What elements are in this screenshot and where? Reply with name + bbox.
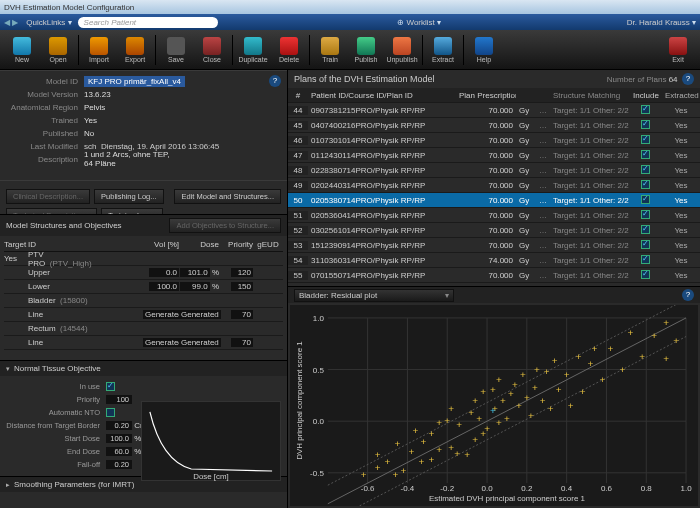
svg-text:+: + xyxy=(476,413,482,424)
save-button: Save xyxy=(158,37,194,63)
mso-header: Model Structures and Objectives Add Obje… xyxy=(0,214,287,236)
svg-text:+: + xyxy=(472,434,478,445)
svg-text:+: + xyxy=(401,465,407,476)
include-checkbox[interactable] xyxy=(641,225,650,234)
svg-text:+: + xyxy=(490,405,496,416)
svg-text:+: + xyxy=(412,425,418,436)
plan-row[interactable]: 480228380714PRO/Physik RP/RP70.000Gy…Tar… xyxy=(288,163,700,178)
model-version: 13.6.23 xyxy=(84,90,269,99)
svg-text:+: + xyxy=(564,369,570,380)
plan-row[interactable]: 440907381215PRO/Physik RP/RP70.000Gy…Tar… xyxy=(288,103,700,118)
new-button[interactable]: New xyxy=(4,37,40,63)
svg-text:+: + xyxy=(454,448,460,459)
plan-row[interactable]: 550701550714PRO/Physik RP/RP70.000Gy…Tar… xyxy=(288,268,700,283)
nto-edose-input[interactable]: 60.0 xyxy=(106,447,132,456)
include-checkbox[interactable] xyxy=(641,180,650,189)
unpublish-button[interactable]: Unpublish xyxy=(384,37,420,63)
svg-text:0.2: 0.2 xyxy=(521,484,533,493)
svg-text:+: + xyxy=(540,395,546,406)
nto-sdose-input[interactable]: 100.0 xyxy=(106,434,132,443)
plan-row[interactable]: 531512390914PRO/Physik RP/RP70.000Gy…Tar… xyxy=(288,238,700,253)
export-button[interactable]: Export xyxy=(117,37,153,63)
svg-text:1.0: 1.0 xyxy=(681,484,693,493)
help-icon[interactable]: ? xyxy=(682,289,694,301)
svg-text:+: + xyxy=(490,384,496,395)
nav-arrows[interactable]: ◀ ▶ xyxy=(4,18,18,27)
edit-model-button[interactable]: Edit Model and Structures... xyxy=(174,189,281,204)
svg-text:+: + xyxy=(592,343,598,354)
delete-button[interactable]: Delete xyxy=(271,37,307,63)
include-checkbox[interactable] xyxy=(641,240,650,249)
plan-row[interactable]: 510205360414PRO/Physik RP/RP70.000Gy…Tar… xyxy=(288,208,700,223)
plan-row[interactable]: 543110360314PRO/Physik RP/RP74.000Gy…Tar… xyxy=(288,253,700,268)
objective-row[interactable]: LineGeneratedGenerated70 xyxy=(4,308,283,322)
nto-header[interactable]: Normal Tissue Objective xyxy=(0,360,287,376)
include-checkbox[interactable] xyxy=(641,150,650,159)
include-checkbox[interactable] xyxy=(641,195,650,204)
svg-text:+: + xyxy=(663,317,669,328)
plot-selector[interactable]: Bladder: Residual plot xyxy=(294,289,454,302)
include-checkbox[interactable] xyxy=(641,210,650,219)
objective-row[interactable]: Bladder (15800) xyxy=(4,294,283,308)
clinical-desc-button[interactable]: Clinical Description... xyxy=(6,189,90,204)
publish-button[interactable]: Publish xyxy=(348,37,384,63)
svg-text:+: + xyxy=(468,407,474,418)
svg-text:+: + xyxy=(375,449,381,460)
nto-priority-input[interactable]: 100 xyxy=(106,395,132,404)
svg-text:0.6: 0.6 xyxy=(601,484,613,493)
svg-text:+: + xyxy=(580,386,586,397)
duplicate-button[interactable]: Duplicate xyxy=(235,37,271,63)
svg-text:+: + xyxy=(619,364,625,375)
worklist-menu[interactable]: ⊕ Worklist ▾ xyxy=(397,18,441,27)
svg-text:+: + xyxy=(408,446,414,457)
objective-row[interactable]: Upper0.0101.0 %120 xyxy=(4,266,283,280)
plan-row[interactable]: 490202440314PRO/Physik RP/RP70.000Gy…Tar… xyxy=(288,178,700,193)
include-checkbox[interactable] xyxy=(641,255,650,264)
svg-text:+: + xyxy=(516,400,522,411)
extract-button[interactable]: Extract xyxy=(425,37,461,63)
close-button[interactable]: Close xyxy=(194,37,230,63)
nto-falloff-input[interactable]: 0.20 xyxy=(106,460,132,469)
plan-row[interactable]: 450407400216PRO/Physik RP/RP70.000Gy…Tar… xyxy=(288,118,700,133)
svg-text:0.0: 0.0 xyxy=(313,417,325,426)
objective-row[interactable]: Rectum (14544) xyxy=(4,322,283,336)
svg-text:+: + xyxy=(472,395,478,406)
svg-text:+: + xyxy=(532,382,538,393)
svg-text:+: + xyxy=(496,374,502,385)
include-checkbox[interactable] xyxy=(641,120,650,129)
add-objectives-button[interactable]: Add Objectives to Structure... xyxy=(169,218,281,233)
open-button[interactable]: Open xyxy=(40,37,76,63)
plan-row[interactable]: 460107301014PRO/Physik RP/RP70.000Gy…Tar… xyxy=(288,133,700,148)
exit-button[interactable]: Exit xyxy=(660,37,696,63)
objective-row[interactable]: Lower100.099.0 %150 xyxy=(4,280,283,294)
svg-text:+: + xyxy=(496,417,502,428)
svg-text:-0.2: -0.2 xyxy=(440,484,454,493)
import-button[interactable]: Import xyxy=(81,37,117,63)
nto-dist-input[interactable]: 0.20 xyxy=(106,421,132,430)
plan-row[interactable]: 500205380714PRO/Physik RP/RP70.000Gy…Tar… xyxy=(288,193,700,208)
svg-text:+: + xyxy=(428,428,434,439)
search-input[interactable]: Search Patient xyxy=(78,17,218,28)
publishing-log-button[interactable]: Publishing Log... xyxy=(94,189,163,204)
nto-auto-checkbox[interactable] xyxy=(106,408,115,417)
train-button[interactable]: Train xyxy=(312,37,348,63)
svg-text:+: + xyxy=(385,456,391,467)
include-checkbox[interactable] xyxy=(641,165,650,174)
include-checkbox[interactable] xyxy=(641,270,650,279)
objective-row[interactable]: YesPTV PRO (PTV_High) xyxy=(4,252,283,266)
include-checkbox[interactable] xyxy=(641,105,650,114)
svg-text:+: + xyxy=(524,392,530,403)
help-button[interactable]: Help xyxy=(466,37,502,63)
user-menu[interactable]: Dr. Harald Krauss ▾ xyxy=(627,18,696,27)
quicklinks-menu[interactable]: QuickLinks ▾ xyxy=(26,18,71,27)
nto-inuse-checkbox[interactable] xyxy=(106,382,115,391)
help-icon[interactable]: ? xyxy=(682,73,694,85)
svg-text:+: + xyxy=(418,456,424,467)
plan-row[interactable]: 470112430114PRO/Physik RP/RP70.000Gy…Tar… xyxy=(288,148,700,163)
svg-text:+: + xyxy=(608,343,614,354)
include-checkbox[interactable] xyxy=(641,135,650,144)
help-icon[interactable]: ? xyxy=(269,75,281,87)
residual-plot: -0.6-0.4-0.20.00.20.40.60.81.0-0.50.00.5… xyxy=(290,305,698,506)
plan-row[interactable]: 520302561014PRO/Physik RP/RP70.000Gy…Tar… xyxy=(288,223,700,238)
objective-row[interactable]: LineGeneratedGenerated70 xyxy=(4,336,283,350)
